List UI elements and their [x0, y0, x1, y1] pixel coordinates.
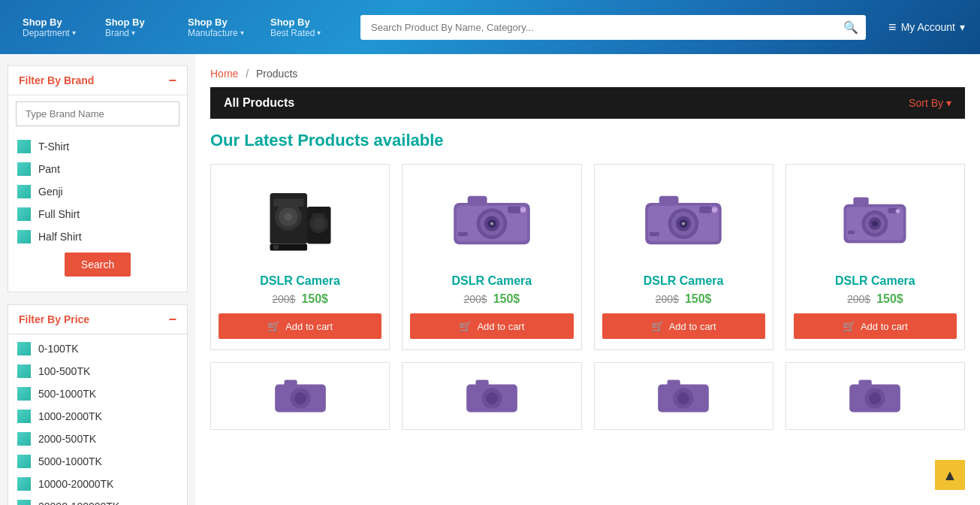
- filter-price-section: Filter By Price − 0-100TK 100-500TK 500-…: [8, 304, 188, 505]
- checkbox-price-10000-20000[interactable]: [17, 477, 31, 491]
- brand-search-button[interactable]: Search: [65, 252, 131, 277]
- svg-point-28: [682, 222, 685, 225]
- product-card-1: DSLR Camera 200$ 150$ 🛒 Add to cart: [210, 164, 390, 350]
- collapse-price-icon[interactable]: −: [168, 313, 176, 326]
- svg-rect-30: [699, 207, 712, 213]
- brand-filter-list: T-Shirt Pant Genji Full Shirt Half Shirt: [8, 132, 187, 292]
- chevron-down-icon-4: ▾: [317, 29, 321, 37]
- label-price-1000-2000: 1000-2000TK: [38, 410, 102, 422]
- product-card-6: [402, 362, 581, 430]
- nav-brand[interactable]: Shop By Brand ▾: [98, 14, 173, 41]
- label-price-2000-500: 2000-500TK: [38, 433, 96, 445]
- price-old-3: 200$: [656, 293, 679, 305]
- sort-by-chevron: ▾: [946, 97, 951, 109]
- svg-rect-50: [475, 380, 488, 386]
- breadcrumb-home[interactable]: Home: [210, 68, 238, 80]
- product-name-4: DSLR Camera: [794, 274, 957, 288]
- svg-point-57: [869, 392, 881, 404]
- main-header: Shop By Department ▾ Shop By Brand ▾ Sho…: [0, 0, 980, 54]
- product-name-3: DSLR Camera: [602, 274, 765, 288]
- products-grid-row1: DSLR Camera 200$ 150$ 🛒 Add to cart: [210, 164, 965, 350]
- sort-by-button[interactable]: Sort By ▾: [909, 97, 951, 109]
- camera-image-icon-3: [638, 186, 728, 254]
- product-card-7: [594, 362, 773, 430]
- checkbox-price-100-500[interactable]: [17, 364, 31, 378]
- brand-name-input[interactable]: [16, 101, 179, 126]
- filter-price-500-1000[interactable]: 500-1000TK: [16, 383, 179, 405]
- checkbox-price-2000-500[interactable]: [17, 432, 31, 446]
- filter-price-1000-2000[interactable]: 1000-2000TK: [16, 405, 179, 428]
- checkbox-halfshirt[interactable]: [17, 230, 31, 243]
- checkbox-price-1000-2000[interactable]: [17, 410, 31, 423]
- search-icon-button[interactable]: 🔍: [843, 20, 858, 35]
- latest-products-title: Our Latest Products available: [210, 131, 965, 150]
- product-price-row-4: 200$ 150$: [794, 292, 957, 306]
- filter-price-20000-100000[interactable]: 20000-100000TK: [16, 495, 179, 505]
- filter-price-100-500[interactable]: 100-500TK: [16, 360, 179, 383]
- label-price-5000-1000: 5000-1000TK: [38, 455, 102, 467]
- my-account-label: My Account: [901, 21, 955, 33]
- label-price-20000-100000: 20000-100000TK: [38, 500, 119, 505]
- add-to-cart-button-4[interactable]: 🛒 Add to cart: [794, 313, 957, 339]
- add-to-cart-button-1[interactable]: 🛒 Add to cart: [219, 313, 381, 339]
- collapse-brand-icon[interactable]: −: [168, 74, 176, 87]
- search-bar-container: 🔍: [360, 15, 866, 40]
- scroll-top-button[interactable]: ▲: [935, 460, 965, 490]
- search-bar-wrap: 🔍: [360, 15, 866, 40]
- label-genji: Genji: [38, 186, 63, 198]
- checkbox-price-500-1000[interactable]: [17, 387, 31, 401]
- price-old-2: 200$: [464, 293, 487, 305]
- price-old-1: 200$: [272, 293, 295, 305]
- filter-item-halfshirt[interactable]: Half Shirt: [16, 225, 179, 248]
- nav-department[interactable]: Shop By Department ▾: [15, 14, 90, 41]
- nav-manufacture[interactable]: Shop By Manufacture ▾: [180, 14, 255, 41]
- svg-rect-18: [468, 196, 487, 206]
- my-account-menu[interactable]: ≡ My Account ▾: [888, 20, 965, 35]
- checkbox-tshirt[interactable]: [17, 140, 31, 153]
- filter-price-2000-500[interactable]: 2000-500TK: [16, 428, 179, 450]
- product-card-2: DSLR Camera 200$ 150$ 🛒 Add to cart: [402, 164, 581, 350]
- nav-sub-manufacture: Manufacture ▾: [188, 28, 244, 38]
- scroll-top-icon: ▲: [942, 467, 957, 484]
- camera-image-icon-6: [462, 373, 522, 419]
- brand-input-wrap: [8, 101, 187, 126]
- filter-price-5000-1000[interactable]: 5000-1000TK: [16, 450, 179, 473]
- label-halfshirt: Half Shirt: [38, 231, 82, 243]
- filter-price-10000-20000[interactable]: 10000-20000TK: [16, 473, 179, 495]
- product-price-row-2: 200$ 150$: [410, 292, 573, 306]
- svg-point-3: [284, 213, 292, 221]
- nav-sub-best-rated: Best Rated ▾: [270, 28, 321, 38]
- camera-image-icon-4: [830, 186, 920, 254]
- checkbox-price-5000-1000[interactable]: [17, 455, 31, 468]
- product-image-2: [410, 175, 573, 265]
- checkbox-pant[interactable]: [17, 162, 31, 176]
- svg-point-42: [896, 209, 900, 213]
- label-pant: Pant: [38, 163, 60, 175]
- add-to-cart-button-2[interactable]: 🛒 Add to cart: [410, 313, 573, 339]
- filter-item-tshirt[interactable]: T-Shirt: [16, 135, 179, 158]
- checkbox-price-0-100[interactable]: [17, 342, 31, 355]
- sort-by-label: Sort By: [909, 97, 943, 109]
- shop-by-label-1: Shop By: [23, 17, 62, 28]
- svg-rect-20: [458, 232, 468, 237]
- filter-price-0-100[interactable]: 0-100TK: [16, 337, 179, 360]
- my-account-chevron: ▾: [960, 21, 965, 33]
- add-to-cart-label-4: Add to cart: [861, 321, 908, 332]
- chevron-down-icon: ▾: [72, 29, 76, 37]
- product-card-8: [786, 362, 965, 430]
- svg-rect-46: [284, 380, 297, 386]
- svg-rect-39: [854, 198, 869, 206]
- filter-item-genji[interactable]: Genji: [16, 180, 179, 203]
- checkbox-genji[interactable]: [17, 185, 31, 198]
- checkbox-price-20000-100000[interactable]: [17, 500, 31, 505]
- search-input[interactable]: [360, 15, 866, 40]
- filter-item-fullshirt[interactable]: Full Shirt: [16, 203, 179, 225]
- filter-brand-header: Filter By Brand −: [8, 66, 187, 95]
- svg-point-53: [677, 392, 689, 404]
- svg-rect-41: [848, 231, 855, 234]
- filter-item-pant[interactable]: Pant: [16, 158, 179, 180]
- nav-sub-brand: Brand ▾: [105, 28, 135, 38]
- add-to-cart-button-3[interactable]: 🛒 Add to cart: [602, 313, 765, 339]
- checkbox-fullshirt[interactable]: [17, 207, 31, 221]
- nav-best-rated[interactable]: Shop By Best Rated ▾: [263, 14, 338, 41]
